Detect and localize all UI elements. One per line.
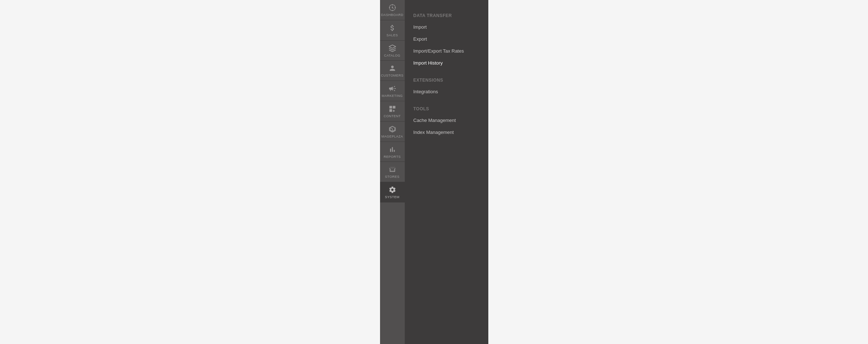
- dashboard-icon: [388, 4, 396, 12]
- section-title-tools: Tools: [405, 101, 488, 114]
- mageplaza-label: MAGEPLAZA: [381, 135, 403, 139]
- sidebar-item-mageplaza[interactable]: MAGEPLAZA: [380, 122, 405, 142]
- svg-point-0: [392, 7, 393, 8]
- right-spacer: [488, 0, 868, 344]
- customers-label: CUSTOMERS: [381, 74, 404, 78]
- sidebar-item-stores[interactable]: STORES: [380, 162, 405, 182]
- submenu-item-cache-management[interactable]: Cache Management: [405, 114, 488, 126]
- reports-label: REPORTS: [384, 155, 401, 159]
- catalog-label: CATALOG: [384, 54, 400, 58]
- system-icon: [388, 186, 396, 194]
- section-title-data-transfer: Data Transfer: [405, 7, 488, 21]
- stores-icon: [388, 165, 396, 173]
- marketing-label: MARKETING: [381, 94, 403, 98]
- content-label: CONTENT: [384, 114, 401, 118]
- sales-label: SALES: [387, 33, 398, 37]
- sidebar-item-sales[interactable]: SALES: [380, 20, 405, 41]
- marketing-icon: [388, 85, 396, 93]
- sales-icon: [388, 24, 396, 32]
- sidebar-item-catalog[interactable]: CATALOG: [380, 41, 405, 61]
- submenu-item-export[interactable]: Export: [405, 33, 488, 45]
- submenu-item-integrations[interactable]: Integrations: [405, 86, 488, 98]
- submenu-item-import-history[interactable]: Import History: [405, 57, 488, 69]
- reports-icon: [388, 146, 396, 153]
- dashboard-label: DASHBOARD: [381, 13, 404, 17]
- sidebar-item-dashboard[interactable]: DASHBOARD: [380, 0, 405, 20]
- submenu-item-import[interactable]: Import: [405, 21, 488, 33]
- sidebar-item-system[interactable]: SYSTEM: [380, 182, 405, 202]
- sidebar-item-marketing[interactable]: MARKETING: [380, 81, 405, 101]
- catalog-icon: [388, 44, 396, 52]
- left-spacer: [0, 0, 380, 344]
- system-label: SYSTEM: [385, 195, 399, 199]
- sidebar-item-customers[interactable]: CUSTOMERS: [380, 61, 405, 81]
- sidebar-item-content[interactable]: CONTENT: [380, 101, 405, 122]
- section-title-extensions: Extensions: [405, 72, 488, 86]
- sidebar-item-reports[interactable]: REPORTS: [380, 142, 405, 162]
- mageplaza-icon: [388, 125, 396, 133]
- submenu-panel: Data Transfer Import Export Import/Expor…: [405, 0, 488, 344]
- customers-icon: [388, 64, 396, 72]
- submenu-item-import-export-tax-rates[interactable]: Import/Export Tax Rates: [405, 45, 488, 57]
- stores-label: STORES: [385, 175, 400, 179]
- sidebar-navigation: DASHBOARD SALES CATALOG CUSTOMERS MARKET…: [380, 0, 405, 344]
- content-icon: [388, 105, 396, 113]
- submenu-item-index-management[interactable]: Index Management: [405, 126, 488, 138]
